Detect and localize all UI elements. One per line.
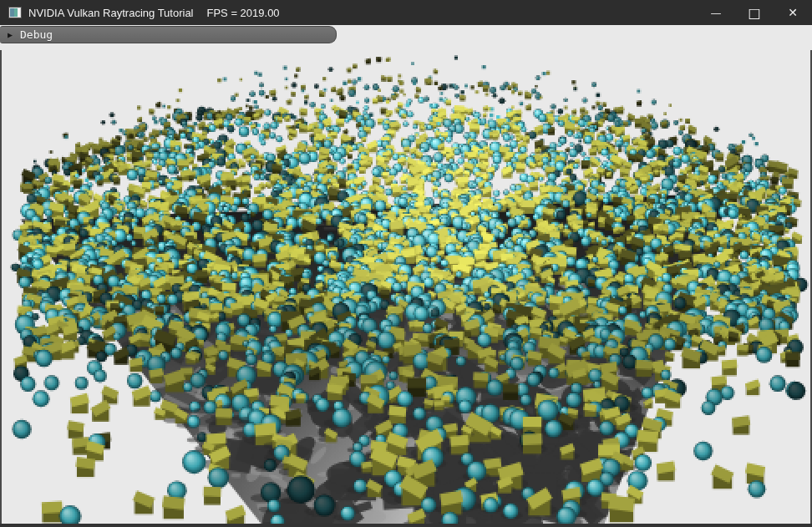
window-title: NVIDIA Vulkan Raytracing Tutorial [28,7,194,19]
window-controls: — □ ✕ [697,0,812,25]
maximize-button[interactable]: □ [735,0,774,27]
app-icon [8,7,22,18]
debug-panel-header[interactable]: ▶ Debug [0,26,337,43]
viewport-3d[interactable] [0,0,812,527]
close-button[interactable]: ✕ [774,0,812,25]
debug-panel-label: Debug [20,28,53,41]
fps-counter: FPS = 2019.00 [207,7,280,19]
title-bar[interactable]: NVIDIA Vulkan Raytracing Tutorial FPS = … [0,0,812,25]
minimize-button[interactable]: — [697,0,735,25]
app-window: NVIDIA Vulkan Raytracing Tutorial FPS = … [0,0,812,527]
collapse-arrow-icon: ▶ [0,31,13,39]
